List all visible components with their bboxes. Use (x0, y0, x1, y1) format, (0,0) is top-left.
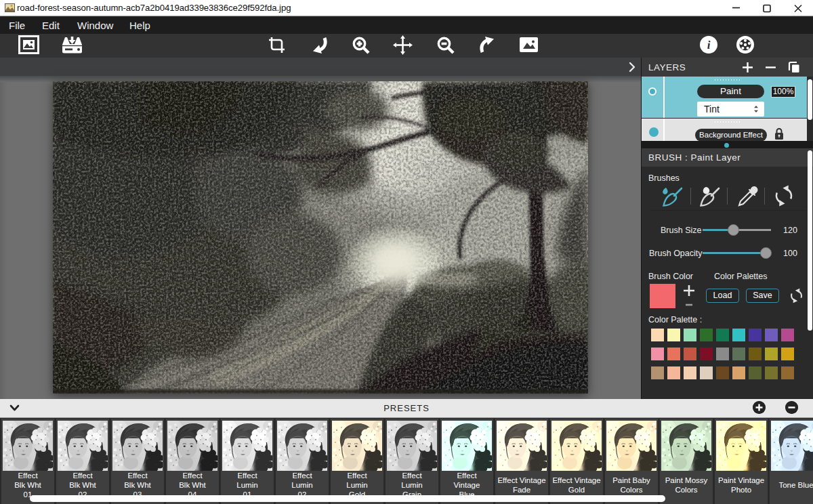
svg-text:i: i (707, 39, 711, 51)
